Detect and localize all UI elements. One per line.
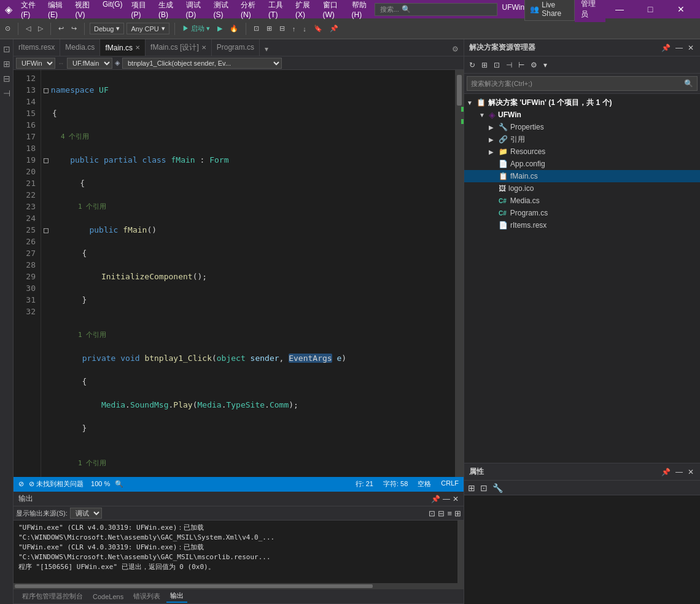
close-button[interactable]: ✕ (667, 0, 695, 18)
tree-item-mediacs[interactable]: C# Media.cs (464, 195, 700, 207)
solution-search-input[interactable]: 搜索解决方案(Ctrl+;) 🔍 (467, 76, 698, 91)
menu-build[interactable]: 生成(B) (155, 0, 181, 20)
output-align1[interactable]: ⊡ (429, 509, 435, 518)
sol-tool-4[interactable]: ⊣ (504, 60, 515, 71)
editor-scrollbar-v[interactable] (455, 70, 464, 477)
member-dropdown[interactable]: btnplay1_Click(object sender, Ev... (122, 58, 282, 69)
cpu-dropdown[interactable]: Any CPU ▾ (126, 23, 169, 34)
toolbar-forward[interactable]: ▷ (36, 23, 45, 34)
class-dropdown[interactable]: UFWin (16, 58, 55, 69)
menu-analyze[interactable]: 分析(N) (237, 0, 263, 20)
menu-extensions[interactable]: 扩展(X) (292, 0, 317, 20)
search-box[interactable]: 搜索... 🔍 (375, 3, 497, 16)
toolbar-git4[interactable]: ↓ (300, 24, 309, 34)
menu-window[interactable]: 窗口(W) (319, 0, 347, 20)
output-close-icon[interactable]: ✕ (453, 495, 459, 503)
liveshare-button[interactable]: 👥 Live Share (524, 0, 575, 21)
play-button[interactable]: ▶ (215, 23, 225, 34)
output-scrollbar-h[interactable] (14, 583, 464, 589)
tab-settings-button[interactable]: ⚙ (447, 42, 464, 56)
prop-cat-btn[interactable]: ⊡ (479, 482, 489, 494)
toolbar-icon1[interactable]: ⊙ (2, 23, 13, 34)
prop-gear-btn[interactable]: 🔧 (491, 482, 504, 494)
tree-item-logoico[interactable]: 🖼 logo.ico (464, 182, 700, 195)
output-tab-codelens[interactable]: CodeLens (89, 592, 127, 602)
menu-debug[interactable]: 调试(D) (182, 0, 209, 20)
tree-item-ritemsresx[interactable]: 📄 rItems.resx (464, 219, 700, 231)
minimize-button[interactable]: — (605, 0, 634, 18)
menu-git[interactable]: Git(G) (99, 0, 126, 20)
toolbar-btn4[interactable]: ↪ (69, 23, 79, 34)
output-align4[interactable]: ⊞ (454, 509, 461, 518)
menu-file[interactable]: 文件(F) (17, 0, 43, 20)
sol-close-button[interactable]: ✕ (686, 42, 695, 53)
menu-test[interactable]: 测试(S) (210, 0, 236, 20)
output-source-dropdown[interactable]: 调试 (70, 508, 102, 519)
tab-programcs[interactable]: Program.cs (212, 39, 260, 56)
tab-ritemsresx[interactable]: rItems.resx (14, 39, 60, 56)
sidebar-icon-4[interactable]: ⊣ (3, 88, 10, 98)
menu-project[interactable]: 项目(P) (128, 0, 154, 20)
output-scrollbar-v[interactable] (457, 521, 464, 583)
sidebar-icon-1[interactable]: ⊡ (3, 44, 10, 54)
toolbar-bookmark2[interactable]: 📌 (327, 23, 341, 34)
debug-dropdown[interactable]: Debug ▾ (90, 23, 124, 34)
tab-mediacs[interactable]: Media.cs (60, 39, 100, 56)
prop-minimize-button[interactable]: — (674, 467, 684, 478)
admin-button[interactable]: 管理员 (575, 0, 605, 22)
code-content[interactable]: □namespace UF { 4 个引用 □ public partial c… (41, 70, 455, 477)
tab-add-button[interactable]: ▾ (260, 42, 273, 56)
output-hscroll-thumb[interactable] (15, 584, 373, 588)
sol-pin-button[interactable]: 📌 (660, 42, 672, 53)
tab-close-icon[interactable]: ✕ (135, 44, 140, 51)
output-align3[interactable]: ≡ (447, 509, 452, 518)
menu-tools[interactable]: 工具(T) (265, 0, 290, 20)
output-align2[interactable]: ⊟ (438, 509, 445, 518)
output-minimize-icon[interactable]: — (443, 495, 450, 503)
namespace-dropdown[interactable]: UF.fMain (67, 58, 112, 69)
toolbar-git3[interactable]: ↑ (290, 24, 298, 34)
menu-help[interactable]: 帮助(H) (348, 0, 375, 20)
code-editor[interactable]: 12 13 14 15 16 17 18 19 20 21 22 23 24 2… (14, 70, 464, 477)
tree-item-references[interactable]: ▶ 🔗 引用 (464, 133, 700, 145)
sol-tool-5[interactable]: ⊢ (516, 60, 527, 71)
output-tab-errors[interactable]: 错误列表 (130, 590, 164, 602)
tab-close-icon2[interactable]: ✕ (201, 44, 206, 51)
prop-close-button[interactable]: ✕ (686, 467, 695, 478)
tree-project[interactable]: ▼ ◈ UFWin (464, 109, 700, 121)
hot-reload-button[interactable]: 🔥 (227, 23, 241, 34)
tree-item-properties[interactable]: ▶ 🔧 Properties (464, 121, 700, 133)
tree-item-programcs[interactable]: C# Program.cs (464, 207, 700, 219)
toolbar-bookmark[interactable]: 🔖 (311, 23, 325, 34)
tree-item-appconfig[interactable]: 📄 App.config (464, 158, 700, 170)
prop-pin-button[interactable]: 📌 (660, 467, 672, 478)
output-tab-packages[interactable]: 程序包管理器控制台 (18, 590, 87, 602)
tab-fmaindesign[interactable]: fMain.cs [设计] ✕ (146, 39, 212, 56)
tree-item-resources[interactable]: ▶ 📁 Resources (464, 145, 700, 158)
menu-view[interactable]: 视图(V) (71, 0, 97, 20)
sol-minimize-button[interactable]: — (674, 42, 684, 53)
maximize-button[interactable]: □ (636, 0, 664, 18)
sol-tool-7[interactable]: ▾ (541, 60, 550, 71)
sidebar-icon-3[interactable]: ⊟ (3, 74, 10, 83)
menu-edit[interactable]: 编辑(E) (44, 0, 70, 20)
tab-fmaincs[interactable]: fMain.cs ✕ (100, 39, 146, 56)
sol-tool-1[interactable]: ↻ (467, 60, 478, 71)
sol-tool-3[interactable]: ⊡ (491, 60, 502, 71)
status-zoom[interactable]: 100 % (91, 480, 110, 487)
scroll-thumb[interactable] (457, 75, 462, 106)
sidebar-icon-2[interactable]: ⊞ (3, 59, 10, 69)
tree-solution[interactable]: ▼ 📋 解决方案 'UFWin' (1 个项目，共 1 个) (464, 96, 700, 109)
start-button[interactable]: ▶ 启动 ▾ (180, 23, 212, 34)
toolbar-git2[interactable]: ⊟ (277, 23, 287, 34)
sol-tool-2[interactable]: ⊞ (479, 60, 490, 71)
output-tab-output[interactable]: 输出 (166, 590, 187, 603)
prop-sort-btn[interactable]: ⊞ (467, 482, 476, 494)
tree-item-fmaincs[interactable]: 📋 fMain.cs (464, 170, 700, 182)
toolbar-git1[interactable]: ⊞ (264, 23, 274, 34)
output-pin-icon[interactable]: 📌 (431, 495, 440, 503)
toolbar-btn3[interactable]: ↩ (56, 23, 66, 34)
toolbar-search-btn[interactable]: ⊡ (251, 23, 262, 34)
sol-tool-6[interactable]: ⚙ (528, 60, 540, 71)
toolbar-back[interactable]: ◁ (23, 23, 33, 34)
